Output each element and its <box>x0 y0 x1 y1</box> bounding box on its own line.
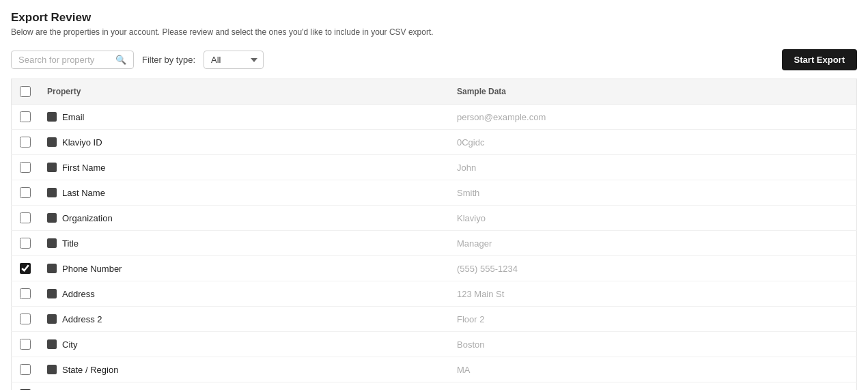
row-property-cell: State / Region <box>39 357 449 382</box>
row-check-cell <box>12 155 40 180</box>
row-check-cell <box>12 105 40 130</box>
header-sample: Sample Data <box>449 79 857 105</box>
row-sample-cell: USA <box>449 382 857 391</box>
row-sample-cell: MA <box>449 357 857 382</box>
row-checkbox[interactable] <box>20 238 31 249</box>
row-checkbox[interactable] <box>20 137 31 148</box>
row-check-cell <box>12 307 40 332</box>
sample-data-value: Smith <box>457 188 479 198</box>
property-type-icon <box>47 112 57 122</box>
row-checkbox[interactable] <box>20 162 31 173</box>
row-sample-cell: John <box>449 155 857 180</box>
select-all-checkbox[interactable] <box>20 86 31 97</box>
row-check-cell <box>12 206 40 231</box>
filter-type-select[interactable]: All String Number Boolean Date <box>204 51 264 69</box>
row-property-cell: First Name <box>39 155 449 180</box>
page-container: Export Review Below are the properties i… <box>0 0 868 390</box>
start-export-button[interactable]: Start Export <box>782 49 857 70</box>
property-name-label: Address <box>62 289 95 299</box>
row-sample-cell: Smith <box>449 180 857 206</box>
property-type-icon <box>47 213 57 223</box>
row-property-cell: Title <box>39 231 449 256</box>
row-sample-cell: Klaviyo <box>449 206 857 231</box>
row-sample-cell: (555) 555-1234 <box>449 256 857 281</box>
table-body: Emailperson@example.comKlaviyo ID0CgidcF… <box>12 105 857 391</box>
row-property-cell: City <box>39 332 449 357</box>
property-type-icon <box>47 238 57 248</box>
toolbar: 🔍 Filter by type: All String Number Bool… <box>11 49 857 70</box>
row-check-cell <box>12 231 40 256</box>
row-checkbox[interactable] <box>20 263 31 274</box>
row-sample-cell: Manager <box>449 231 857 256</box>
row-sample-cell: 123 Main St <box>449 281 857 307</box>
sample-data-value: MA <box>457 365 471 375</box>
header-property: Property <box>39 79 449 105</box>
table-row: CountryUSA <box>12 382 857 391</box>
row-sample-cell: 0Cgidc <box>449 130 857 155</box>
property-name-label: City <box>62 339 77 350</box>
sample-data-value: 123 Main St <box>457 289 504 299</box>
property-name-label: First Name <box>62 163 106 173</box>
property-name-label: Klaviyo ID <box>62 137 102 148</box>
sample-data-value: Klaviyo <box>457 213 486 223</box>
row-checkbox[interactable] <box>20 364 31 375</box>
property-type-icon <box>47 188 57 197</box>
property-name-label: Phone Number <box>62 264 122 274</box>
property-type-icon <box>47 137 57 147</box>
table-row: Address 2Floor 2 <box>12 307 857 332</box>
table-row: First NameJohn <box>12 155 857 180</box>
table-row: Address123 Main St <box>12 281 857 307</box>
property-name-label: Address 2 <box>62 314 102 324</box>
row-check-cell <box>12 332 40 357</box>
search-input[interactable] <box>18 55 113 65</box>
property-type-icon <box>47 163 57 172</box>
row-property-cell: Last Name <box>39 180 449 206</box>
search-icon: 🔍 <box>115 55 126 65</box>
row-check-cell <box>12 382 40 391</box>
row-check-cell <box>12 130 40 155</box>
sample-data-value: Boston <box>457 339 484 350</box>
row-property-cell: Country <box>39 382 449 391</box>
table-row: Phone Number(555) 555-1234 <box>12 256 857 281</box>
row-checkbox[interactable] <box>20 111 31 122</box>
row-checkbox[interactable] <box>20 314 31 324</box>
table-row: Emailperson@example.com <box>12 105 857 130</box>
property-type-icon <box>47 314 57 324</box>
row-checkbox[interactable] <box>20 288 31 299</box>
row-property-cell: Klaviyo ID <box>39 130 449 155</box>
header-check-cell <box>12 79 40 105</box>
row-property-cell: Address <box>39 281 449 307</box>
table-row: TitleManager <box>12 231 857 256</box>
filter-label: Filter by type: <box>142 55 195 65</box>
table-row: OrganizationKlaviyo <box>12 206 857 231</box>
properties-table: Property Sample Data Emailperson@example… <box>11 79 857 390</box>
row-checkbox[interactable] <box>20 339 31 350</box>
property-name-label: Email <box>62 112 85 122</box>
table-row: CityBoston <box>12 332 857 357</box>
property-type-icon <box>47 289 57 298</box>
sample-data-value: (555) 555-1234 <box>457 264 518 274</box>
row-check-cell <box>12 357 40 382</box>
row-sample-cell: Floor 2 <box>449 307 857 332</box>
sample-data-value: person@example.com <box>457 112 546 122</box>
sample-data-value: Floor 2 <box>457 314 484 324</box>
property-type-icon <box>47 339 57 349</box>
row-check-cell <box>12 256 40 281</box>
property-type-icon <box>47 365 57 374</box>
property-name-label: Title <box>62 238 79 249</box>
page-subtitle: Below are the properties in your account… <box>11 27 857 37</box>
row-checkbox[interactable] <box>20 212 31 223</box>
row-checkbox[interactable] <box>20 187 31 198</box>
row-check-cell <box>12 180 40 206</box>
property-name-label: Organization <box>62 213 113 223</box>
search-box: 🔍 <box>11 51 134 69</box>
property-name-label: State / Region <box>62 365 118 375</box>
table-row: Klaviyo ID0Cgidc <box>12 130 857 155</box>
table-row: State / RegionMA <box>12 357 857 382</box>
row-sample-cell: person@example.com <box>449 105 857 130</box>
row-property-cell: Email <box>39 105 449 130</box>
page-title: Export Review <box>11 11 857 25</box>
table-row: Last NameSmith <box>12 180 857 206</box>
sample-data-value: Manager <box>457 238 492 249</box>
sample-data-value: 0Cgidc <box>457 137 484 148</box>
